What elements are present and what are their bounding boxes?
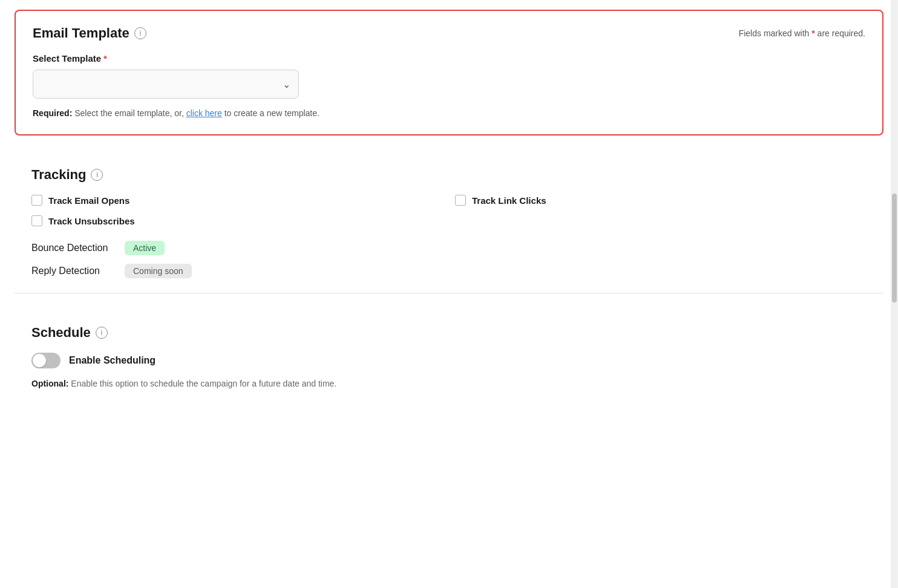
bounce-detection-row: Bounce Detection Active: [31, 241, 867, 255]
tracking-info-icon[interactable]: i: [91, 169, 103, 181]
schedule-helper-suffix: Enable this option to schedule the campa…: [71, 379, 336, 388]
bounce-detection-label: Bounce Detection: [31, 243, 116, 253]
template-helper-text: Required: Select the email template, or,…: [33, 107, 865, 120]
enable-scheduling-label: Enable Scheduling: [69, 355, 156, 366]
email-template-title: Email Template: [33, 25, 129, 41]
email-template-header: Email Template i Fields marked with * ar…: [33, 25, 865, 41]
required-note: Fields marked with * are required.: [739, 28, 865, 38]
schedule-info-icon[interactable]: i: [96, 327, 108, 339]
track-link-clicks-item[interactable]: Track Link Clicks: [455, 195, 867, 206]
tracking-section: Tracking i Track Email Opens Track Link …: [15, 152, 883, 293]
schedule-optional-label: Optional:: [31, 379, 68, 388]
reply-detection-label: Reply Detection: [31, 266, 116, 276]
scrollbar-track: [891, 0, 898, 588]
enable-scheduling-toggle[interactable]: [31, 353, 61, 368]
select-template-required: *: [103, 53, 107, 64]
required-asterisk: *: [811, 28, 814, 38]
track-link-clicks-checkbox[interactable]: [455, 195, 466, 206]
track-email-opens-checkbox[interactable]: [31, 195, 42, 206]
tracking-title-group: Tracking i: [31, 167, 103, 183]
track-email-opens-label: Track Email Opens: [48, 195, 129, 206]
reply-detection-badge: Coming soon: [125, 264, 192, 278]
schedule-section: Schedule i Enable Scheduling Optional: E…: [15, 310, 883, 405]
bounce-detection-badge: Active: [125, 241, 165, 255]
reply-detection-row: Reply Detection Coming soon: [31, 264, 867, 278]
tracking-title: Tracking: [31, 167, 86, 183]
helper-middle-text: Select the email template, or,: [74, 108, 186, 118]
select-template-label: Select Template *: [33, 53, 865, 64]
required-note-prefix: Fields marked with: [739, 28, 810, 38]
toggle-knob: [33, 354, 46, 367]
tracking-header: Tracking i: [31, 167, 867, 183]
track-link-clicks-label: Track Link Clicks: [472, 195, 546, 206]
click-here-link[interactable]: click here: [186, 108, 222, 118]
enable-scheduling-row: Enable Scheduling: [31, 353, 867, 368]
track-unsubscribes-label: Track Unsubscribes: [48, 216, 135, 226]
track-unsubscribes-item[interactable]: Track Unsubscribes: [31, 215, 443, 226]
helper-suffix-text: to create a new template.: [224, 108, 320, 118]
email-template-section: Email Template i Fields marked with * ar…: [15, 10, 883, 136]
email-template-title-group: Email Template i: [33, 25, 146, 41]
schedule-title: Schedule: [31, 325, 91, 341]
schedule-helper-text: Optional: Enable this option to schedule…: [31, 377, 867, 390]
template-select-wrapper: ⌄: [33, 70, 299, 99]
required-note-suffix: are required.: [818, 28, 865, 38]
schedule-title-group: Schedule i: [31, 325, 108, 341]
helper-required-label: Required:: [33, 108, 72, 118]
page-container: Email Template i Fields marked with * ar…: [0, 0, 898, 588]
template-select[interactable]: [33, 70, 299, 99]
detection-rows: Bounce Detection Active Reply Detection …: [31, 241, 867, 278]
checkboxes-grid: Track Email Opens Track Link Clicks Trac…: [31, 195, 867, 226]
email-template-info-icon[interactable]: i: [134, 27, 146, 39]
scrollbar-thumb[interactable]: [892, 194, 897, 302]
schedule-header: Schedule i: [31, 325, 867, 341]
track-unsubscribes-checkbox[interactable]: [31, 215, 42, 226]
track-email-opens-item[interactable]: Track Email Opens: [31, 195, 443, 206]
